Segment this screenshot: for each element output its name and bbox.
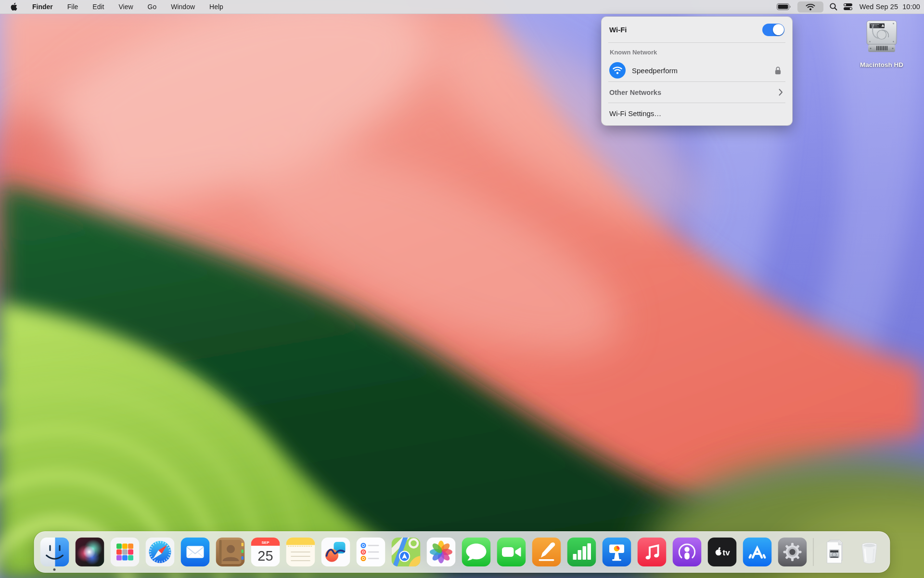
dock-separator: [813, 538, 814, 566]
tv-label: tv: [723, 548, 731, 557]
dock-icon-freeform[interactable]: [321, 538, 350, 566]
chevron-right-icon: [779, 89, 783, 96]
network-wifi-badge-icon: [609, 62, 626, 79]
dock-icon-app-store[interactable]: [743, 538, 772, 566]
battery-icon: [777, 3, 791, 10]
clock-date: Wed Sep 25: [860, 3, 898, 11]
other-networks-label: Other Networks: [609, 89, 661, 96]
dock-icon-mail[interactable]: [181, 538, 210, 566]
dock: SEP 25: [34, 531, 890, 573]
dock-icon-messages[interactable]: [462, 538, 491, 566]
dock-icon-siri[interactable]: [76, 538, 104, 566]
dock-icon-music[interactable]: [638, 538, 667, 566]
network-name: Speedperform: [632, 66, 678, 75]
dock-icon-notes[interactable]: [286, 538, 315, 566]
menu-item-go[interactable]: Go: [141, 0, 164, 13]
dock-icon-facetime[interactable]: [497, 538, 526, 566]
desktop-icon-macintosh-hd[interactable]: Macintosh HD: [857, 18, 906, 68]
apple-logo-icon: [10, 2, 17, 11]
menu-item-edit[interactable]: Edit: [85, 0, 111, 13]
apple-menu-icon[interactable]: [10, 2, 17, 11]
battery-status-icon[interactable]: [777, 1, 791, 13]
menu-item-file[interactable]: File: [60, 0, 86, 13]
desktop-icon-label: Macintosh HD: [857, 61, 906, 68]
calendar-month-label: SEP: [261, 540, 270, 545]
wifi-toggle-knob: [773, 24, 784, 35]
menu-bar-clock[interactable]: Wed Sep 25 10:00: [859, 3, 920, 11]
dock-icon-launchpad[interactable]: [111, 538, 140, 566]
dock-icon-system-settings[interactable]: [778, 538, 807, 566]
dock-icon-finder[interactable]: [40, 538, 69, 566]
wifi-icon: [806, 3, 815, 11]
control-center-button[interactable]: [844, 1, 852, 13]
menu-item-help[interactable]: Help: [202, 0, 231, 13]
dock-icon-maps[interactable]: [392, 538, 421, 566]
menu-item-view[interactable]: View: [111, 0, 140, 13]
wifi-menu-panel: Wi-Fi Known Network Speedperform: [601, 16, 793, 126]
hard-drive-icon: [861, 18, 902, 58]
dock-icon-podcasts[interactable]: [673, 538, 702, 566]
calendar-day-label: 25: [257, 548, 273, 564]
wifi-settings-item[interactable]: Wi-Fi Settings…: [602, 103, 792, 124]
finder-running-indicator: [53, 568, 56, 571]
dock-icon-safari[interactable]: [146, 538, 175, 566]
lock-icon: [775, 66, 781, 75]
dock-icon-pages[interactable]: [532, 538, 561, 566]
menu-bar: Finder File Edit View Go Window Help: [0, 0, 924, 14]
clock-time: 10:00: [902, 3, 920, 11]
menu-item-window[interactable]: Window: [164, 0, 202, 13]
dock-icon-trash[interactable]: [855, 538, 884, 566]
wifi-toggle-row: Wi-Fi: [602, 17, 792, 42]
wifi-menu-title: Wi-Fi: [609, 26, 627, 34]
dock-icon-photos[interactable]: [427, 538, 456, 566]
wifi-status-button[interactable]: [797, 1, 823, 13]
menu-bar-left: Finder File Edit View Go Window Help: [0, 0, 231, 13]
dock-icon-numbers[interactable]: [567, 538, 596, 566]
menu-bar-status-area: Wed Sep 25 10:00: [777, 1, 924, 13]
other-networks-item[interactable]: Other Networks: [602, 82, 792, 103]
dock-icon-keynote[interactable]: [603, 538, 631, 566]
dock-icon-contacts[interactable]: [216, 538, 245, 566]
wifi-toggle[interactable]: [762, 24, 784, 36]
wifi-settings-label: Wi-Fi Settings…: [609, 109, 661, 118]
known-network-header: Known Network: [602, 43, 792, 59]
menu-app-name[interactable]: Finder: [25, 0, 60, 13]
dock-icon-reminders[interactable]: [357, 538, 385, 566]
dock-icon-documents-stack[interactable]: [820, 538, 849, 566]
search-icon: [830, 3, 837, 11]
control-center-icon: [844, 3, 852, 10]
spotlight-button[interactable]: [830, 1, 837, 13]
dock-icon-tv[interactable]: tv: [708, 538, 737, 566]
macos-desktop: Finder File Edit View Go Window Help: [0, 0, 924, 578]
network-item-speedperform[interactable]: Speedperform: [602, 59, 792, 81]
dock-icon-calendar[interactable]: SEP 25: [251, 538, 280, 566]
